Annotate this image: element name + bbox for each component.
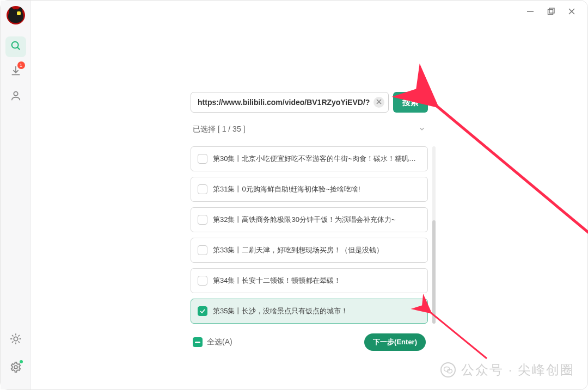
list-item-label: 第31集丨0元购海鲜自助!赶海初体验~捡啥吃啥! xyxy=(213,184,360,194)
list-item-label: 第35集丨长沙，没啥景点只有饭点的城市！ xyxy=(213,306,348,316)
list-item[interactable]: 第30集丨北京小吃便宜好吃不宰游客的牛街~肉食！碳水！糯叽叽！... xyxy=(191,146,428,171)
search-button[interactable]: 搜索 xyxy=(393,92,428,113)
svg-line-15 xyxy=(12,336,13,336)
list-item-checkbox[interactable] xyxy=(198,306,207,316)
list-item-checkbox[interactable] xyxy=(198,154,207,164)
svg-point-19 xyxy=(14,366,17,369)
annotation-arrow-search xyxy=(423,93,588,245)
list-item-label: 第30集丨北京小吃便宜好吃不宰游客的牛街~肉食！碳水！糯叽叽！... xyxy=(213,154,421,164)
sidebar-item-settings[interactable] xyxy=(5,358,26,379)
svg-line-6 xyxy=(17,47,20,49)
list-item-checkbox[interactable] xyxy=(198,184,207,194)
sidebar-item-search[interactable] xyxy=(5,36,26,57)
footer-row: 全选(A) 下一步(Enter) xyxy=(191,333,428,351)
list-item-label: 第33集丨二刷天津，好吃到想现场买房！（但是没钱） xyxy=(213,245,383,255)
svg-line-16 xyxy=(19,342,19,342)
svg-line-22 xyxy=(433,103,588,240)
search-icon xyxy=(10,40,22,54)
list-item[interactable]: 第31集丨0元购海鲜自助!赶海初体验~捡啥吃啥! xyxy=(191,177,428,202)
main-area: 搜索 已选择 [ 1 / 35 ] 第30集丨北京小吃便宜好吃不宰游客的牛街~肉… xyxy=(31,1,587,389)
list-item[interactable]: 第34集丨长安十二顿饭！顿顿都在晕碳！ xyxy=(191,268,428,293)
downloads-badge: 1 xyxy=(17,61,25,69)
svg-line-23 xyxy=(430,312,487,358)
svg-line-18 xyxy=(19,336,19,336)
list-item-label: 第32集丨高铁商务舱极限30分钟干饭！为演唱会补充体力~ xyxy=(213,215,396,225)
scrollbar-track[interactable] xyxy=(432,146,436,324)
select-all-checkbox[interactable] xyxy=(193,337,203,347)
url-input[interactable] xyxy=(191,92,389,113)
watermark: 公众号 · 尖峰创圈 xyxy=(440,361,574,379)
list-item[interactable]: 第35集丨长沙，没啥景点只有饭点的城市！ xyxy=(191,299,428,324)
scrollbar-thumb[interactable] xyxy=(432,220,436,324)
sidebar-item-account[interactable] xyxy=(5,86,26,107)
clear-input-button[interactable] xyxy=(373,97,384,108)
svg-point-9 xyxy=(14,92,17,96)
update-indicator-icon xyxy=(20,360,23,363)
watermark-text: 公众号 · 尖峰创圈 xyxy=(461,361,574,379)
list-item-checkbox[interactable] xyxy=(198,215,207,225)
annotation-arrow-next xyxy=(424,304,511,369)
selection-summary-label: 已选择 [ 1 / 35 ] xyxy=(193,125,245,134)
svg-point-5 xyxy=(11,42,18,48)
list-item[interactable]: 第33集丨二刷天津，好吃到想现场买房！（但是没钱） xyxy=(191,238,428,263)
list-item[interactable]: 第32集丨高铁商务舱极限30分钟干饭！为演唱会补充体力~ xyxy=(191,207,428,232)
app-window: 1 xyxy=(0,0,588,390)
list-item-checkbox[interactable] xyxy=(198,276,207,286)
sidebar: 1 xyxy=(1,1,31,389)
sidebar-item-downloads[interactable]: 1 xyxy=(5,61,26,82)
gear-icon xyxy=(10,361,22,375)
user-icon xyxy=(10,90,22,104)
app-logo xyxy=(7,6,25,24)
next-button[interactable]: 下一步(Enter) xyxy=(364,333,426,351)
close-icon xyxy=(376,98,382,106)
svg-point-10 xyxy=(14,337,17,341)
select-all-label: 全选(A) xyxy=(207,337,232,347)
list-item-label: 第34集丨长安十二顿饭！顿顿都在晕碳！ xyxy=(213,276,341,286)
sun-icon xyxy=(10,333,22,347)
wechat-icon xyxy=(440,362,456,377)
search-row: 搜索 xyxy=(191,92,428,113)
video-list: 第30集丨北京小吃便宜好吃不宰游客的牛街~肉食！碳水！糯叽叽！...第31集丨0… xyxy=(191,146,428,324)
selection-summary-row[interactable]: 已选择 [ 1 / 35 ] xyxy=(191,125,428,134)
svg-line-17 xyxy=(12,342,13,342)
sidebar-item-theme[interactable] xyxy=(5,330,26,350)
chevron-down-icon xyxy=(418,125,426,134)
list-item-checkbox[interactable] xyxy=(198,245,207,255)
